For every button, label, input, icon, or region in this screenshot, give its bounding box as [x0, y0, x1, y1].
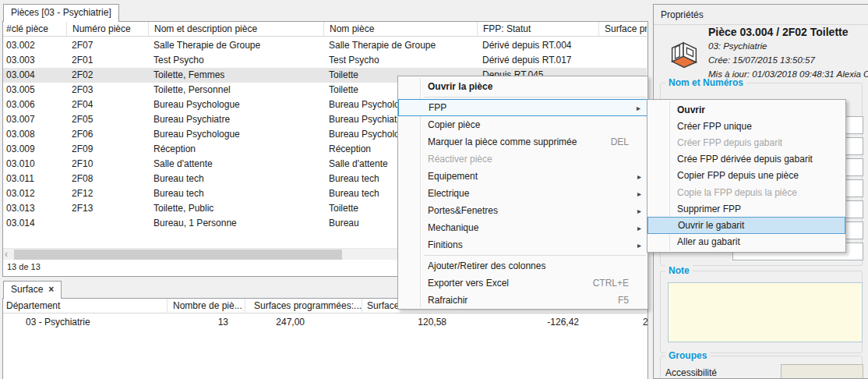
cell: -126,42 — [471, 315, 579, 330]
menu-item-cr-er-fpp-unique[interactable]: Créer FPP unique — [647, 118, 845, 134]
cell: Bureau Psychiatre — [148, 112, 323, 127]
group-label: Note — [665, 265, 693, 276]
menu-item-aller-au-gabarit[interactable]: Aller au gabarit — [647, 234, 845, 250]
cell: 03.012 — [3, 186, 66, 201]
submenu-arrow-icon: ▸ — [637, 172, 641, 181]
menu-item-ouvrir-la-pi-ce[interactable]: Ouvrir la pièce — [398, 78, 647, 95]
submenu-arrow-icon: ▸ — [637, 241, 641, 250]
table-row[interactable]: 03 - Psychiatrie13247,00120,58-126,4224 — [3, 315, 647, 330]
cell — [66, 216, 148, 231]
menu-item-cr-er-fpp-depuis-gabarit: Créer FPP depuis gabarit — [647, 134, 845, 151]
room-department: 03: Psychiatrie — [708, 41, 767, 51]
menu-item-label: Electrique — [428, 188, 634, 199]
divider — [654, 24, 868, 25]
tab-pieces[interactable]: Pièces [03 - Psychiatrie] — [3, 4, 119, 22]
tab-surface[interactable]: Surface× — [3, 281, 62, 299]
menu-item-finitions[interactable]: Finitions▸ — [398, 236, 647, 253]
cell: 120,58 — [338, 315, 446, 330]
cell: 03.013 — [3, 201, 66, 216]
scroll-left-arrow-icon[interactable]: ‹ — [5, 249, 14, 260]
cell: 2F05 — [66, 112, 148, 127]
menu-item-portes-fenetres[interactable]: Portes&Fenetres▸ — [398, 202, 647, 219]
cell: 03.009 — [3, 142, 66, 157]
menu-item-mechanique[interactable]: Mechanique▸ — [398, 219, 647, 236]
menu-item-label: Copier pièce — [428, 119, 641, 130]
menu-item-ouvrir[interactable]: Ouvrir — [647, 101, 845, 118]
menu-item-cr-e-fpp-d-riv-e-depuis-gabarit[interactable]: Crée FPP dérivée depuis gabarit — [647, 151, 845, 168]
column-header-num-ro-pi-ce[interactable]: Numéro pièce — [66, 22, 148, 37]
menu-item-rafraichir[interactable]: RafraichirF5 — [398, 292, 647, 309]
cell: Salle Therapie de Groupe — [323, 38, 477, 53]
menu-item-label: Aller au gabarit — [677, 236, 839, 247]
pieces-table-header: #clé pièceNuméro pièceNom et description… — [3, 22, 647, 37]
cell: Salle Therapie de Groupe — [148, 38, 323, 53]
cell: 2F07 — [66, 38, 148, 53]
cell: 03.006 — [3, 97, 66, 112]
fpp-submenu: OuvrirCréer FPP uniqueCréer FPP depuis g… — [647, 99, 846, 253]
menu-item-supprimer-fpp[interactable]: Supprimer FPP — [647, 200, 845, 217]
column-header-surfaces-programm-es[interactable]: Surfaces programmées:... — [245, 299, 362, 313]
menu-item-ajouter-retirer-des-colonnes[interactable]: Ajouter/Retirer des colonnes — [398, 257, 647, 275]
menu-item-copier-fpp-depuis-une-pi-ce[interactable]: Copier FPP depuis une pièce — [647, 168, 845, 184]
context-menu: Ouvrir la pièceFPP▸Copier pièceMarquer l… — [397, 76, 648, 310]
cell: 03.004 — [3, 68, 66, 83]
column-header-cl-pi-ce[interactable]: #clé pièce — [3, 22, 66, 37]
tab-pieces-label: Pièces [03 - Psychiatrie] — [11, 7, 111, 18]
cell: Dérivé depuis RT.017 — [477, 53, 598, 68]
menu-separator — [424, 97, 646, 97]
scrollbar-thumb[interactable] — [14, 250, 342, 260]
cell: Toilette, Public — [148, 201, 323, 216]
accessibilite-field[interactable] — [781, 364, 863, 379]
group-groupes: Groupes Accessibilité — [660, 356, 863, 379]
column-header-d-partement[interactable]: Département — [3, 299, 167, 313]
column-header-nombre-de-pi[interactable]: Nombre de piè... — [167, 299, 245, 313]
cell: Bureau, 1 Personne — [148, 216, 323, 231]
menu-item-ouvrir-le-gabarit[interactable]: Ouvrir le gabarit — [647, 217, 845, 233]
menu-shortcut: CTRL+E — [593, 278, 629, 289]
cell: 2F08 — [66, 172, 148, 186]
cell: Test Psycho — [323, 53, 477, 68]
cell: 03.007 — [3, 112, 66, 127]
cell: 2F12 — [66, 186, 148, 201]
page-title: Pièce 03.004 / 2F02 Toilette — [708, 26, 849, 38]
menu-item-exporter-vers-excel[interactable]: Exporter vers ExcelCTRL+E — [398, 275, 647, 292]
cell: Toilette, Femmes — [148, 68, 323, 83]
menu-item-label: Copie la FPP depuis la pièce — [677, 187, 839, 198]
column-header-fpp-statut[interactable]: FPP: Statut — [477, 22, 598, 37]
menu-separator — [424, 255, 646, 256]
menu-item-marquer-la-pi-ce-comme-supprim-e[interactable]: Marquer la pièce comme suppriméeDEL — [398, 133, 647, 151]
cell: Bureau tech — [148, 186, 323, 201]
menu-item-label: Equipement — [428, 171, 634, 182]
menu-item-electrique[interactable]: Electrique▸ — [398, 185, 647, 202]
column-header-nom-pi-ce[interactable]: Nom pièce — [323, 22, 477, 37]
cell: Réception — [148, 142, 323, 157]
column-header-surface-pro[interactable]: Surface pro — [598, 22, 647, 37]
cell: Salle d'attente — [148, 157, 323, 172]
cell: 24 — [643, 315, 648, 330]
submenu-arrow-icon: ▸ — [637, 224, 641, 232]
menu-item-r-activer-pi-ce: Réactiver pièce — [398, 151, 647, 168]
cell: 2F01 — [66, 53, 148, 68]
cell: 2F03 — [66, 83, 148, 97]
menu-item-copier-pi-ce[interactable]: Copier pièce — [398, 116, 647, 133]
menu-shortcut: DEL — [611, 136, 629, 147]
submenu-arrow-icon: ▸ — [637, 207, 641, 215]
menu-item-fpp[interactable]: FPP▸ — [398, 99, 647, 116]
menu-item-label: Rafraichir — [428, 295, 618, 306]
menu-item-equipement[interactable]: Equipement▸ — [398, 168, 647, 185]
submenu-arrow-icon: ▸ — [637, 190, 641, 198]
cell: 2F02 — [66, 68, 148, 83]
accessibilite-label: Accessibilité — [665, 367, 717, 378]
menu-item-label: Copier FPP depuis une pièce — [677, 170, 839, 181]
menu-item-label: Ouvrir — [677, 104, 839, 115]
table-row[interactable]: 03.0032F01Test PsychoTest PsychoDérivé d… — [3, 53, 647, 68]
cell: 03.010 — [3, 157, 66, 172]
cell — [598, 53, 647, 68]
table-row[interactable]: 03.0022F07Salle Therapie de GroupeSalle … — [3, 38, 647, 53]
column-header-nom-et-description-pi-ce[interactable]: Nom et description pièce — [148, 22, 323, 37]
cell: Bureau tech — [148, 172, 323, 186]
note-textarea[interactable] — [668, 282, 863, 342]
close-icon[interactable]: × — [48, 284, 54, 295]
menu-item-label: Finitions — [428, 239, 634, 250]
group-note: Note — [660, 271, 863, 353]
